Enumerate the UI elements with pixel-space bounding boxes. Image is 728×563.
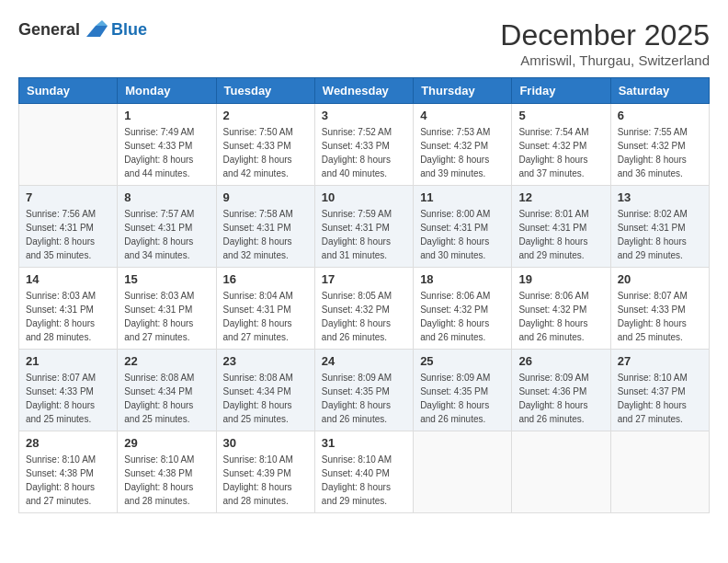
day-info: Sunrise: 8:09 AMSunset: 4:35 PMDaylight:… (322, 371, 406, 426)
day-info: Sunrise: 8:07 AMSunset: 4:33 PMDaylight:… (618, 289, 702, 344)
day-number: 19 (518, 272, 603, 286)
day-number: 25 (420, 354, 505, 368)
day-number: 7 (26, 190, 110, 204)
title-area: December 2025 Amriswil, Thurgau, Switzer… (500, 18, 710, 68)
day-info: Sunrise: 7:53 AMSunset: 4:32 PMDaylight:… (420, 125, 505, 180)
calendar-cell (610, 431, 709, 513)
weekday-header-tuesday: Tuesday (216, 78, 314, 104)
calendar-week-row: 14Sunrise: 8:03 AMSunset: 4:31 PMDayligh… (19, 268, 710, 350)
day-info: Sunrise: 8:01 AMSunset: 4:31 PMDaylight:… (518, 207, 603, 262)
day-info: Sunrise: 8:08 AMSunset: 4:34 PMDaylight:… (223, 371, 308, 426)
calendar-week-row: 21Sunrise: 8:07 AMSunset: 4:33 PMDayligh… (19, 350, 710, 431)
day-number: 31 (322, 436, 406, 450)
calendar-cell: 18Sunrise: 8:06 AMSunset: 4:32 PMDayligh… (414, 268, 512, 350)
day-number: 18 (420, 272, 505, 286)
calendar-cell: 24Sunrise: 8:09 AMSunset: 4:35 PMDayligh… (314, 350, 413, 431)
calendar-week-row: 7Sunrise: 7:56 AMSunset: 4:31 PMDaylight… (19, 186, 710, 268)
calendar-cell: 16Sunrise: 8:04 AMSunset: 4:31 PMDayligh… (216, 268, 314, 350)
calendar-cell: 11Sunrise: 8:00 AMSunset: 4:31 PMDayligh… (414, 186, 512, 268)
weekday-header-saturday: Saturday (610, 78, 709, 104)
calendar-cell: 2Sunrise: 7:50 AMSunset: 4:33 PMDaylight… (216, 104, 314, 186)
day-number: 21 (26, 354, 110, 368)
calendar-cell: 25Sunrise: 8:09 AMSunset: 4:35 PMDayligh… (414, 350, 512, 431)
calendar-cell: 17Sunrise: 8:05 AMSunset: 4:32 PMDayligh… (314, 268, 413, 350)
calendar-cell: 12Sunrise: 8:01 AMSunset: 4:31 PMDayligh… (512, 186, 610, 268)
day-info: Sunrise: 8:06 AMSunset: 4:32 PMDaylight:… (420, 289, 505, 344)
day-info: Sunrise: 8:10 AMSunset: 4:38 PMDaylight:… (124, 453, 209, 508)
day-number: 10 (322, 190, 406, 204)
day-number: 12 (518, 190, 603, 204)
calendar-cell: 5Sunrise: 7:54 AMSunset: 4:32 PMDaylight… (512, 104, 610, 186)
calendar-cell: 6Sunrise: 7:55 AMSunset: 4:32 PMDaylight… (610, 104, 709, 186)
calendar-cell: 15Sunrise: 8:03 AMSunset: 4:31 PMDayligh… (118, 268, 216, 350)
day-number: 3 (322, 109, 406, 122)
day-number: 9 (223, 190, 308, 204)
day-number: 26 (518, 354, 603, 368)
day-info: Sunrise: 7:52 AMSunset: 4:33 PMDaylight:… (322, 125, 406, 180)
calendar-cell: 14Sunrise: 8:03 AMSunset: 4:31 PMDayligh… (19, 268, 118, 350)
day-info: Sunrise: 8:06 AMSunset: 4:32 PMDaylight:… (518, 289, 603, 344)
weekday-header-wednesday: Wednesday (314, 78, 413, 104)
day-info: Sunrise: 8:10 AMSunset: 4:40 PMDaylight:… (322, 453, 406, 508)
day-info: Sunrise: 7:57 AMSunset: 4:31 PMDaylight:… (124, 207, 209, 262)
logo-general: General (18, 20, 80, 40)
logo-blue: Blue (111, 20, 147, 40)
day-info: Sunrise: 8:08 AMSunset: 4:34 PMDaylight:… (124, 371, 209, 426)
day-number: 30 (223, 436, 308, 450)
day-info: Sunrise: 8:03 AMSunset: 4:31 PMDaylight:… (124, 289, 209, 344)
day-info: Sunrise: 8:04 AMSunset: 4:31 PMDaylight:… (223, 289, 308, 344)
calendar-cell: 20Sunrise: 8:07 AMSunset: 4:33 PMDayligh… (610, 268, 709, 350)
day-number: 24 (322, 354, 406, 368)
day-info: Sunrise: 8:09 AMSunset: 4:36 PMDaylight:… (518, 371, 603, 426)
calendar-cell: 7Sunrise: 7:56 AMSunset: 4:31 PMDaylight… (19, 186, 118, 268)
day-number: 16 (223, 272, 308, 286)
day-info: Sunrise: 7:50 AMSunset: 4:33 PMDaylight:… (223, 125, 308, 180)
day-number: 23 (223, 354, 308, 368)
calendar-header-row: SundayMondayTuesdayWednesdayThursdayFrid… (19, 78, 710, 104)
logo-icon (82, 18, 109, 40)
calendar-cell: 21Sunrise: 8:07 AMSunset: 4:33 PMDayligh… (19, 350, 118, 431)
calendar-cell (414, 431, 512, 513)
day-number: 4 (420, 109, 505, 122)
location-title: Amriswil, Thurgau, Switzerland (500, 52, 710, 68)
day-info: Sunrise: 7:59 AMSunset: 4:31 PMDaylight:… (322, 207, 406, 262)
day-number: 20 (618, 272, 702, 286)
day-info: Sunrise: 8:07 AMSunset: 4:33 PMDaylight:… (26, 371, 110, 426)
day-info: Sunrise: 8:09 AMSunset: 4:35 PMDaylight:… (420, 371, 505, 426)
weekday-header-thursday: Thursday (414, 78, 512, 104)
calendar-cell: 13Sunrise: 8:02 AMSunset: 4:31 PMDayligh… (610, 186, 709, 268)
calendar-cell: 28Sunrise: 8:10 AMSunset: 4:38 PMDayligh… (19, 431, 118, 513)
calendar-cell: 23Sunrise: 8:08 AMSunset: 4:34 PMDayligh… (216, 350, 314, 431)
day-number: 8 (124, 190, 209, 204)
page-header: General Blue December 2025 Amriswil, Thu… (18, 18, 710, 68)
calendar-cell: 9Sunrise: 7:58 AMSunset: 4:31 PMDaylight… (216, 186, 314, 268)
svg-marker-0 (86, 26, 108, 37)
day-number: 2 (223, 109, 308, 122)
day-info: Sunrise: 7:49 AMSunset: 4:33 PMDaylight:… (124, 125, 209, 180)
weekday-header-friday: Friday (512, 78, 610, 104)
calendar-cell: 10Sunrise: 7:59 AMSunset: 4:31 PMDayligh… (314, 186, 413, 268)
day-number: 6 (618, 109, 702, 122)
calendar-cell: 1Sunrise: 7:49 AMSunset: 4:33 PMDaylight… (118, 104, 216, 186)
calendar-cell: 4Sunrise: 7:53 AMSunset: 4:32 PMDaylight… (414, 104, 512, 186)
day-info: Sunrise: 7:56 AMSunset: 4:31 PMDaylight:… (26, 207, 110, 262)
day-info: Sunrise: 7:55 AMSunset: 4:32 PMDaylight:… (618, 125, 702, 180)
day-info: Sunrise: 7:54 AMSunset: 4:32 PMDaylight:… (518, 125, 603, 180)
day-number: 17 (322, 272, 406, 286)
day-number: 28 (26, 436, 110, 450)
calendar-cell: 30Sunrise: 8:10 AMSunset: 4:39 PMDayligh… (216, 431, 314, 513)
day-number: 1 (124, 109, 209, 122)
day-info: Sunrise: 7:58 AMSunset: 4:31 PMDaylight:… (223, 207, 308, 262)
calendar-table: SundayMondayTuesdayWednesdayThursdayFrid… (18, 77, 710, 513)
day-number: 29 (124, 436, 209, 450)
calendar-cell: 8Sunrise: 7:57 AMSunset: 4:31 PMDaylight… (118, 186, 216, 268)
calendar-cell: 29Sunrise: 8:10 AMSunset: 4:38 PMDayligh… (118, 431, 216, 513)
calendar-cell: 31Sunrise: 8:10 AMSunset: 4:40 PMDayligh… (314, 431, 413, 513)
day-info: Sunrise: 8:10 AMSunset: 4:38 PMDaylight:… (26, 453, 110, 508)
calendar-week-row: 28Sunrise: 8:10 AMSunset: 4:38 PMDayligh… (19, 431, 710, 513)
day-number: 15 (124, 272, 209, 286)
calendar-cell: 27Sunrise: 8:10 AMSunset: 4:37 PMDayligh… (610, 350, 709, 431)
calendar-cell (512, 431, 610, 513)
day-number: 27 (618, 354, 702, 368)
day-number: 14 (26, 272, 110, 286)
